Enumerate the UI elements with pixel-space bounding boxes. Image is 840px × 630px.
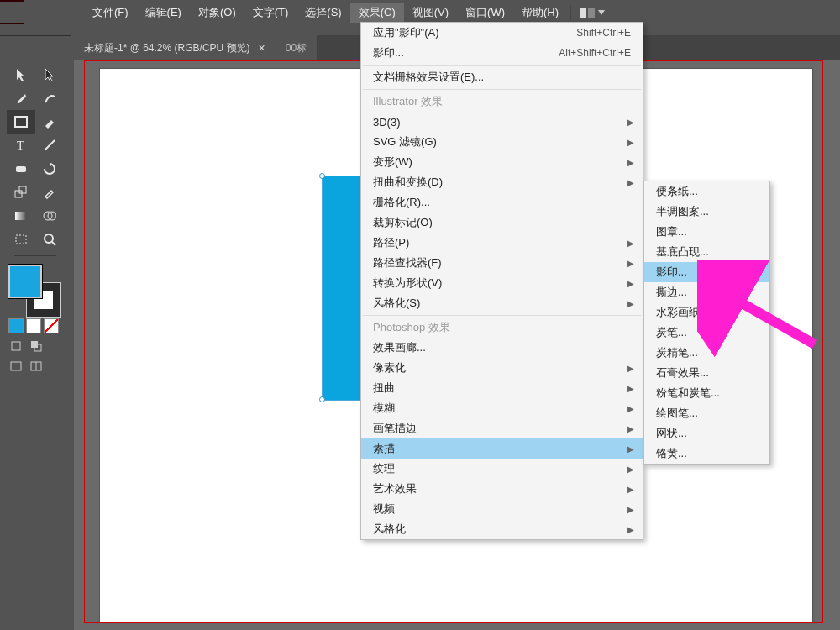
tab-active[interactable]: 未标题-1* @ 64.2% (RGB/CPU 预览) × bbox=[74, 35, 276, 60]
chevron-right-icon: ▶ bbox=[627, 239, 634, 248]
submenu-chrome[interactable]: 铬黄... bbox=[644, 444, 769, 464]
submenu-water-paper[interactable]: 水彩画纸... bbox=[644, 302, 769, 323]
chevron-right-icon: ▶ bbox=[627, 424, 634, 433]
menu-stylize[interactable]: 风格化(S)▶ bbox=[361, 293, 643, 313]
gradient-tool[interactable] bbox=[7, 204, 35, 228]
submenu-photocopy[interactable]: 影印... bbox=[644, 262, 769, 282]
menu-file[interactable]: 文件(F) bbox=[84, 3, 137, 23]
menu-view[interactable]: 视图(V) bbox=[404, 3, 457, 23]
tool-divider bbox=[7, 251, 64, 260]
menu-separator bbox=[363, 89, 641, 90]
menu-convert-shape[interactable]: 转换为形状(V)▶ bbox=[361, 273, 643, 293]
menu-separator bbox=[363, 315, 641, 316]
direct-selection-tool[interactable] bbox=[35, 63, 64, 87]
menu-pixelate[interactable]: 像素化▶ bbox=[361, 358, 643, 378]
selection-handle[interactable] bbox=[319, 396, 325, 402]
draw-normal-icon[interactable] bbox=[8, 339, 24, 354]
sketch-submenu: 便条纸... 半调图案... 图章... 基底凸现... 影印... 撕边...… bbox=[643, 181, 770, 465]
menu-object[interactable]: 对象(O) bbox=[190, 3, 244, 23]
color-mode-solid[interactable] bbox=[8, 318, 24, 333]
menu-stylize-ps[interactable]: 风格化▶ bbox=[361, 519, 643, 539]
submenu-bas-relief[interactable]: 基底凸现... bbox=[644, 242, 769, 262]
layout-toggle[interactable] bbox=[580, 8, 605, 18]
menu-window[interactable]: 窗口(W) bbox=[457, 3, 513, 23]
submenu-chalk-charcoal[interactable]: 粉笔和炭笔... bbox=[644, 383, 769, 403]
submenu-stamp[interactable]: 图章... bbox=[644, 222, 769, 242]
line-tool[interactable] bbox=[35, 134, 64, 157]
close-icon[interactable]: × bbox=[259, 41, 265, 55]
rotate-tool[interactable] bbox=[35, 157, 64, 181]
chevron-right-icon: ▶ bbox=[627, 465, 634, 474]
artboard-tool[interactable] bbox=[7, 228, 35, 251]
menu-blur[interactable]: 模糊▶ bbox=[361, 398, 643, 418]
menu-select[interactable]: 选择(S) bbox=[297, 3, 349, 23]
menu-edit[interactable]: 编辑(E) bbox=[137, 3, 190, 23]
shape-builder-tool[interactable] bbox=[35, 204, 64, 228]
chevron-right-icon: ▶ bbox=[627, 138, 634, 147]
chevron-right-icon: ▶ bbox=[627, 158, 634, 167]
menu-texture[interactable]: 纹理▶ bbox=[361, 459, 643, 479]
svg-rect-5 bbox=[16, 166, 26, 172]
menu-video[interactable]: 视频▶ bbox=[361, 499, 643, 519]
curvature-tool[interactable] bbox=[35, 87, 64, 110]
zoom-tool[interactable] bbox=[35, 228, 64, 251]
menu-distort-ps[interactable]: 扭曲▶ bbox=[361, 378, 643, 398]
menu-warp[interactable]: 变形(W)▶ bbox=[361, 152, 643, 172]
fill-stroke-swatch[interactable] bbox=[8, 265, 60, 317]
menu-apply-last[interactable]: 应用"影印"(A)Shift+Ctrl+E bbox=[361, 23, 643, 43]
submenu-reticulation[interactable]: 网状... bbox=[644, 423, 769, 444]
tools-panel: T bbox=[0, 35, 71, 630]
svg-rect-1 bbox=[588, 8, 595, 18]
tab-second[interactable]: 00标 bbox=[276, 35, 317, 60]
submenu-torn-edges[interactable]: 撕边... bbox=[644, 282, 769, 302]
submenu-plaster[interactable]: 石膏效果... bbox=[644, 363, 769, 383]
pen-tool[interactable] bbox=[7, 87, 35, 110]
menu-separator bbox=[363, 65, 641, 66]
menu-sketch[interactable]: 素描▶ bbox=[361, 438, 643, 459]
menu-svg-filters[interactable]: SVG 滤镜(G)▶ bbox=[361, 132, 643, 152]
selection-handle[interactable] bbox=[319, 173, 325, 179]
svg-rect-0 bbox=[580, 8, 586, 18]
scale-tool[interactable] bbox=[7, 181, 35, 204]
submenu-charcoal[interactable]: 炭笔... bbox=[644, 323, 769, 343]
menu-type[interactable]: 文字(T) bbox=[244, 3, 297, 23]
submenu-graphic-pen[interactable]: 绘图笔... bbox=[644, 403, 769, 423]
menu-help[interactable]: 帮助(H) bbox=[513, 3, 567, 23]
submenu-halftone[interactable]: 半调图案... bbox=[644, 202, 769, 222]
edit-toolbar-icon[interactable] bbox=[29, 359, 44, 374]
menu-distort-transform[interactable]: 扭曲和变换(D)▶ bbox=[361, 172, 643, 192]
menu-3d[interactable]: 3D(3)▶ bbox=[361, 112, 643, 132]
chevron-right-icon: ▶ bbox=[627, 259, 634, 268]
menu-effect[interactable]: 效果(C) bbox=[350, 3, 404, 23]
eyedropper-tool[interactable] bbox=[35, 181, 64, 204]
tab-label: 00标 bbox=[286, 41, 307, 55]
chevron-right-icon: ▶ bbox=[627, 299, 634, 308]
screen-mode-icon[interactable] bbox=[8, 359, 24, 374]
submenu-conte[interactable]: 炭精笔... bbox=[644, 343, 769, 363]
menu-bar: 文件(F) 编辑(E) 对象(O) 文字(T) 选择(S) 效果(C) 视图(V… bbox=[0, 2, 840, 23]
menu-rasterize[interactable]: 栅格化(R)... bbox=[361, 192, 643, 213]
menu-artistic[interactable]: 艺术效果▶ bbox=[361, 479, 643, 499]
menu-crop-marks[interactable]: 裁剪标记(O) bbox=[361, 213, 643, 233]
svg-point-12 bbox=[45, 234, 53, 243]
menu-last-effect[interactable]: 影印...Alt+Shift+Ctrl+E bbox=[361, 43, 643, 63]
menu-effect-gallery[interactable]: 效果画廊... bbox=[361, 338, 643, 358]
effect-menu: 应用"影印"(A)Shift+Ctrl+E 影印...Alt+Shift+Ctr… bbox=[360, 22, 643, 540]
selection-tool[interactable] bbox=[7, 63, 35, 87]
color-mode-none[interactable] bbox=[44, 318, 59, 333]
color-mode-gradient[interactable] bbox=[26, 318, 41, 333]
submenu-note-paper[interactable]: 便条纸... bbox=[644, 181, 769, 202]
fill-swatch[interactable] bbox=[8, 265, 42, 298]
type-tool[interactable]: T bbox=[7, 134, 35, 157]
eraser-tool[interactable] bbox=[7, 157, 35, 181]
svg-line-4 bbox=[45, 140, 55, 150]
menu-brush-strokes[interactable]: 画笔描边▶ bbox=[361, 418, 643, 438]
chevron-right-icon: ▶ bbox=[627, 384, 634, 393]
paintbrush-tool[interactable] bbox=[35, 110, 64, 134]
svg-rect-14 bbox=[12, 342, 20, 350]
menu-raster-settings[interactable]: 文档栅格效果设置(E)... bbox=[361, 67, 643, 87]
rectangle-tool[interactable] bbox=[7, 110, 35, 134]
menu-path[interactable]: 路径(P)▶ bbox=[361, 233, 643, 253]
draw-behind-icon[interactable] bbox=[29, 339, 44, 354]
menu-pathfinder[interactable]: 路径查找器(F)▶ bbox=[361, 253, 643, 273]
